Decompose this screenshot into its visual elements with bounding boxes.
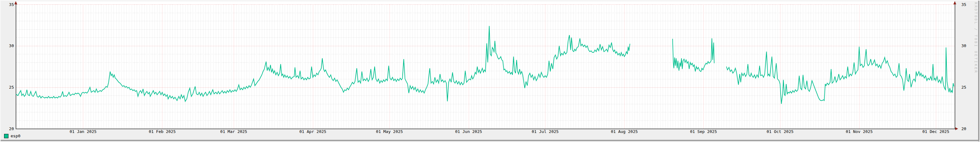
x-tick-label: 01 Nov 2025 — [846, 129, 873, 134]
frame-right — [978, 1, 979, 141]
x-tick-label: 01 May 2025 — [376, 129, 403, 134]
frame-bottom — [1, 140, 979, 141]
y-tick-label-right: 20 — [961, 126, 967, 131]
frame-left — [0, 0, 1, 142]
y-tick-label-left: 35 — [9, 2, 14, 7]
frame-top — [0, 0, 980, 1]
y-axis-labels-right: 20253035 — [961, 2, 967, 131]
x-tick-label: 01 Jun 2025 — [455, 129, 482, 134]
x-tick-label: 01 Jul 2025 — [531, 129, 558, 134]
plot-background — [16, 1, 955, 129]
y-tick-label-right: 30 — [961, 43, 967, 48]
x-tick-label: 01 Dec 2025 — [923, 129, 949, 134]
arrow-right-icon — [955, 127, 958, 130]
x-axis-labels: 01 Jan 202501 Feb 202501 Mar 202501 Apr … — [70, 129, 949, 134]
y-tick-label-right: 25 — [961, 85, 967, 90]
x-tick-label: 01 Sep 2025 — [690, 129, 717, 134]
y-tick-label-left: 20 — [9, 126, 14, 131]
watermark-text: RRDTOOL / TOBI OETIKER — [974, 2, 978, 74]
x-tick-label: 01 Feb 2025 — [149, 129, 175, 134]
x-tick-label: 01 Apr 2025 — [299, 129, 326, 134]
legend: esp0 — [4, 134, 20, 138]
legend-swatch-esp0 — [4, 134, 8, 138]
x-tick-label: 01 Oct 2025 — [767, 129, 794, 134]
x-tick-label: 01 Mar 2025 — [220, 129, 247, 134]
y-tick-label-left: 25 — [9, 85, 14, 90]
y-tick-label-left: 30 — [9, 43, 14, 48]
x-tick-label: 01 Aug 2025 — [611, 129, 638, 134]
chart-canvas: 202530352025303501 Jan 202501 Feb 202501… — [0, 0, 980, 142]
x-tick-label: 01 Jan 2025 — [70, 129, 96, 134]
y-tick-label-right: 35 — [961, 2, 967, 7]
legend-label-esp0: esp0 — [11, 134, 20, 138]
rrdtool-graph: 202530352025303501 Jan 202501 Feb 202501… — [0, 0, 980, 142]
y-axis-labels-left: 20253035 — [9, 2, 14, 131]
